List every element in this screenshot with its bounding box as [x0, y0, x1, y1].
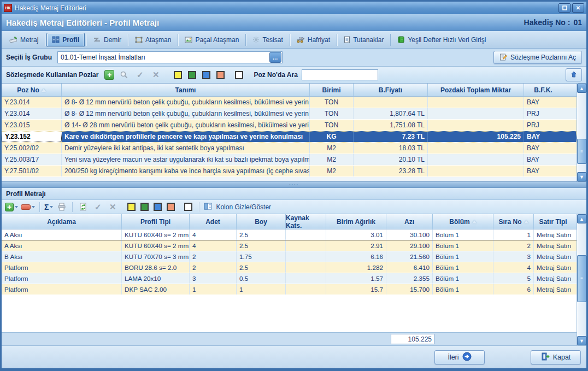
cell-birimi[interactable]: TON	[310, 108, 354, 119]
cell-azi[interactable]: 15.700	[386, 284, 433, 295]
cell-bfiyati[interactable]: 1,807.64 TL	[354, 108, 428, 119]
column-header-poz-no[interactable]: Poz No	[2, 84, 62, 96]
cell-boy[interactable]: 1.75	[237, 251, 286, 262]
color-swatch-green[interactable]	[140, 203, 149, 211]
cell-bfk[interactable]: BAY	[524, 166, 562, 176]
scroll-track[interactable]: ≡	[577, 223, 586, 336]
cell-poz-no[interactable]: Y.23.014	[2, 97, 62, 108]
tab-metraj[interactable]: Metraj	[4, 33, 44, 47]
cell-miktar[interactable]	[428, 166, 524, 176]
cell-poz-no[interactable]: Y.25.002/02	[2, 143, 62, 154]
add-icon[interactable]: +	[104, 70, 114, 80]
scroll-down-icon[interactable]: ▼	[577, 336, 586, 345]
cell-birimi[interactable]: TON	[310, 97, 354, 108]
column-header-kaynak-kats[interactable]: Kaynak Kats.	[286, 214, 326, 229]
column-header-bolum[interactable]: Bölüm	[433, 214, 493, 229]
cell-aciklama[interactable]: Platform	[2, 262, 122, 273]
scroll-up-icon[interactable]: ▲	[577, 84, 586, 93]
cell-miktar[interactable]	[428, 97, 524, 108]
tab-yesil-defter[interactable]: Yeşil Defter Hızlı Veri Girişi	[392, 33, 491, 47]
cell-tanimi[interactable]: Kare ve dikdörtgen profillerle pencere v…	[62, 131, 310, 142]
scroll-track[interactable]: ≡	[577, 93, 586, 172]
column-header-sira-no[interactable]: Sıra No	[493, 214, 534, 229]
cell-sira-no[interactable]: 1	[493, 229, 534, 240]
color-swatch-yellow[interactable]	[174, 71, 182, 79]
color-swatch-orange[interactable]	[167, 203, 175, 211]
cell-kaynak[interactable]	[286, 284, 326, 295]
table-row[interactable]: B Aksı KUTU 70X70 s= 3 mm 2 1.75 6.16 21…	[2, 251, 577, 262]
cell-profil-tipi[interactable]: KUTU 60X40 s= 2 mm	[122, 240, 190, 251]
cell-satir-tipi[interactable]: Metraj Satırı	[534, 229, 572, 240]
table-row[interactable]: Y.27.501/02 200/250 kg kireç/çimento kar…	[2, 166, 577, 177]
cell-aciklama[interactable]: A Aksı	[2, 229, 122, 240]
cell-azi[interactable]: 21.560	[386, 251, 433, 262]
cell-profil-tipi[interactable]: KUTU 70X70 s= 3 mm	[122, 251, 190, 262]
cell-adet[interactable]: 2	[190, 251, 237, 262]
cell-sira-no[interactable]: 4	[493, 262, 534, 273]
cell-profil-tipi[interactable]: KUTU 60X40 s= 2 mm	[122, 229, 190, 240]
cell-satir-tipi[interactable]: Metraj Satırı	[534, 262, 572, 273]
tab-hafriyat[interactable]: 100 Hafriyat	[291, 33, 336, 47]
cell-birim-agirlik[interactable]: 15.7	[326, 284, 386, 295]
cell-miktar[interactable]: 105.225	[428, 131, 524, 142]
cell-birim-agirlik[interactable]: 6.16	[326, 251, 386, 262]
cell-sira-no[interactable]: 2	[493, 240, 534, 251]
cell-profil-tipi[interactable]: DKP SAC 2.00	[122, 284, 190, 295]
cell-adet[interactable]: 4	[190, 240, 237, 251]
cell-bolum[interactable]: Bölüm 1	[433, 284, 493, 295]
cell-bolum[interactable]: Bölüm 1	[433, 229, 493, 240]
cell-bfiyati[interactable]	[354, 97, 428, 108]
cell-bfk[interactable]: BAY	[524, 97, 562, 108]
color-swatch-yellow[interactable]	[127, 203, 136, 211]
cell-poz-no[interactable]: Y.23.014	[2, 108, 62, 119]
cell-bfk[interactable]: PRJ	[524, 108, 562, 119]
cell-miktar[interactable]	[428, 154, 524, 165]
column-header-birimi[interactable]: Birimi	[310, 84, 354, 96]
cell-birim-agirlik[interactable]: 2.91	[326, 240, 386, 251]
cell-birim-agirlik[interactable]: 3.01	[326, 229, 386, 240]
poz-search-input[interactable]	[302, 69, 378, 80]
tab-tutanaklar[interactable]: Tutanaklar	[338, 33, 389, 47]
table-row[interactable]: Y.23.014 Ø 8- Ø 12 mm nervürlü beton çel…	[2, 97, 577, 108]
table-row[interactable]: Y.23.015 Ø 14- Ø 28 mm nervürlü beton çe…	[2, 120, 577, 131]
pozlar-scrollbar[interactable]: ▲ ≡ ▼	[577, 84, 586, 181]
cell-bolum[interactable]: Bölüm 1	[433, 262, 493, 273]
cell-aciklama[interactable]: B Aksı	[2, 251, 122, 262]
kapat-button[interactable]: Kapat	[531, 350, 581, 364]
cell-sira-no[interactable]: 5	[493, 273, 534, 284]
table-row[interactable]: Platform BORU 28.6 s= 2.0 2 2.5 1.282 6.…	[2, 262, 577, 273]
cell-profil-tipi[interactable]: LAMA 20x10	[122, 273, 190, 284]
column-hide-show-button[interactable]: Kolon Gizle/Göster	[204, 203, 271, 211]
cell-birimi[interactable]: M2	[310, 143, 354, 154]
cell-bolum[interactable]: Bölüm 1	[433, 240, 493, 251]
cell-satir-tipi[interactable]: Metraj Satırı	[534, 284, 572, 295]
cell-boy[interactable]: 0.5	[237, 273, 286, 284]
cell-azi[interactable]: 2.355	[386, 273, 433, 284]
cell-satir-tipi[interactable]: Metraj Satırı	[534, 251, 572, 262]
cell-kaynak[interactable]	[286, 251, 326, 262]
ileri-button[interactable]: İleri	[434, 350, 485, 364]
scroll-thumb[interactable]: ≡	[577, 139, 586, 164]
restore-icon[interactable]	[558, 3, 571, 13]
cell-azi[interactable]: 29.100	[386, 240, 433, 251]
column-header-bfk[interactable]: B.F.K.	[524, 84, 562, 96]
cell-poz-no[interactable]: Y.27.501/02	[2, 166, 62, 176]
find-poz-icon[interactable]	[118, 69, 130, 81]
cell-aciklama[interactable]: Platform	[2, 284, 122, 295]
tab-pacal-atasman[interactable]: Paçal Ataşman	[179, 33, 244, 47]
cell-sira-no[interactable]: 3	[493, 251, 534, 262]
table-row[interactable]: Y.23.014 Ø 8- Ø 12 mm nervürlü beton çel…	[2, 108, 577, 120]
scroll-thumb[interactable]: ≡	[577, 255, 586, 303]
cell-sira-no[interactable]: 6	[493, 284, 534, 295]
cell-azi[interactable]: 30.100	[386, 229, 433, 240]
cell-birimi[interactable]: TON	[310, 120, 354, 131]
sum-button[interactable]: Σ	[44, 203, 53, 211]
cell-boy[interactable]: 2.5	[237, 240, 286, 251]
cell-miktar[interactable]	[428, 108, 524, 119]
cell-boy[interactable]: 2.5	[237, 229, 286, 240]
cell-aciklama[interactable]: Platform	[2, 273, 122, 284]
table-row[interactable]: Platform DKP SAC 2.00 1 1 15.7 15.700 Bö…	[2, 284, 577, 295]
work-group-ellipsis-button[interactable]: …	[269, 52, 281, 63]
column-header-toplam-miktar[interactable]: Pozdaki Toplam Miktar	[428, 84, 524, 96]
cell-kaynak[interactable]	[286, 240, 326, 251]
